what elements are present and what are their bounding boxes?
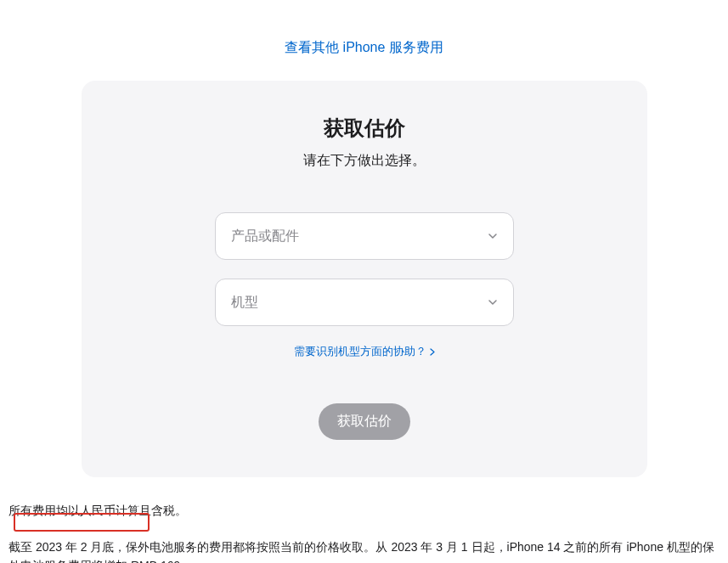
model-select-label: 机型 — [231, 294, 258, 312]
chevron-down-icon — [488, 297, 498, 307]
product-select[interactable]: 产品或配件 — [215, 212, 514, 260]
other-services-link[interactable]: 查看其他 iPhone 服务费用 — [285, 40, 443, 54]
identify-model-help-link[interactable]: 需要识别机型方面的协助？ — [294, 344, 435, 359]
help-link-container: 需要识别机型方面的协助？ — [116, 343, 613, 359]
help-link-label: 需要识别机型方面的协助？ — [294, 344, 426, 359]
footer-note-price-increase: 截至 2023 年 2 月底，保外电池服务的费用都将按照当前的价格收取。从 20… — [8, 538, 720, 563]
product-select-wrapper: 产品或配件 — [215, 212, 514, 260]
chevron-right-icon — [430, 348, 435, 356]
top-link-container: 查看其他 iPhone 服务费用 — [8, 0, 720, 81]
model-select[interactable]: 机型 — [215, 279, 514, 326]
footer-note-tax: 所有费用均以人民币计算且含税。 — [8, 501, 720, 520]
product-select-label: 产品或配件 — [231, 228, 299, 245]
card-title: 获取估价 — [116, 115, 613, 142]
model-select-wrapper: 机型 — [215, 279, 514, 326]
get-estimate-button[interactable]: 获取估价 — [319, 403, 410, 440]
card-subtitle: 请在下方做出选择。 — [116, 152, 613, 170]
estimate-card: 获取估价 请在下方做出选择。 产品或配件 机型 需要识别机型方面的协助？ — [82, 81, 647, 477]
chevron-down-icon — [488, 231, 498, 241]
